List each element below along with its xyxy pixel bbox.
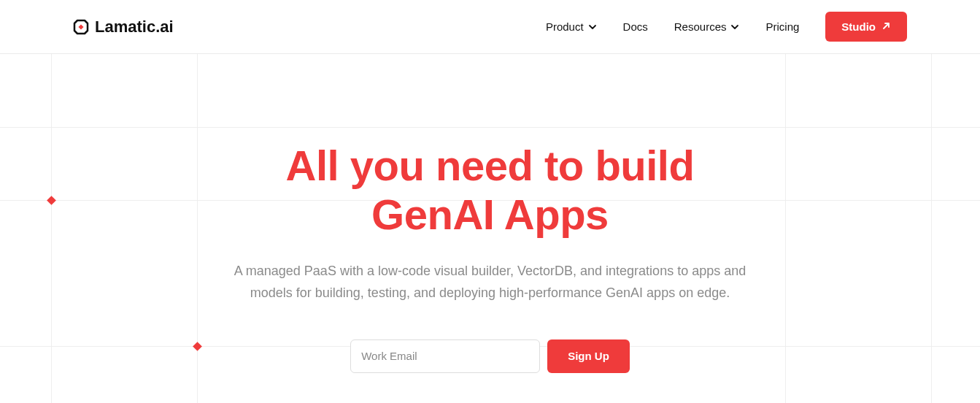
hero-subtitle: A managed PaaS with a low-code visual bu… [228,261,753,304]
hero-title-line1: All you need to build [286,142,695,189]
signup-button-label: Sign Up [568,350,609,362]
nav-item-product[interactable]: Product [546,20,597,33]
arrow-up-right-icon [881,20,891,33]
hero-title: All you need to build GenAI Apps [0,142,980,239]
nav-label: Product [546,20,584,33]
signup-button[interactable]: Sign Up [547,339,630,373]
nav-label: Resources [674,20,727,33]
brand-logo[interactable]: Lamatic.ai [73,18,174,37]
svg-rect-0 [78,24,83,29]
hero-title-line2: GenAI Apps [371,191,609,238]
signup-form: Sign Up [0,339,980,373]
nav-item-resources[interactable]: Resources [674,20,740,33]
brand-name: Lamatic.ai [95,18,174,37]
chevron-down-icon [588,23,597,31]
nav-label: Pricing [765,20,799,33]
studio-button[interactable]: Studio [825,12,907,42]
main-nav: Product Docs Resources Pricing Studio [546,12,907,42]
studio-button-label: Studio [841,20,876,33]
nav-item-docs[interactable]: Docs [623,20,648,33]
work-email-input[interactable] [350,339,540,373]
nav-item-pricing[interactable]: Pricing [765,20,799,33]
site-header: Lamatic.ai Product Docs Resources Pricin… [0,0,980,54]
brand-logo-icon [73,19,89,35]
chevron-down-icon [730,23,739,31]
nav-label: Docs [623,20,648,33]
hero-section: All you need to build GenAI Apps A manag… [0,54,980,373]
